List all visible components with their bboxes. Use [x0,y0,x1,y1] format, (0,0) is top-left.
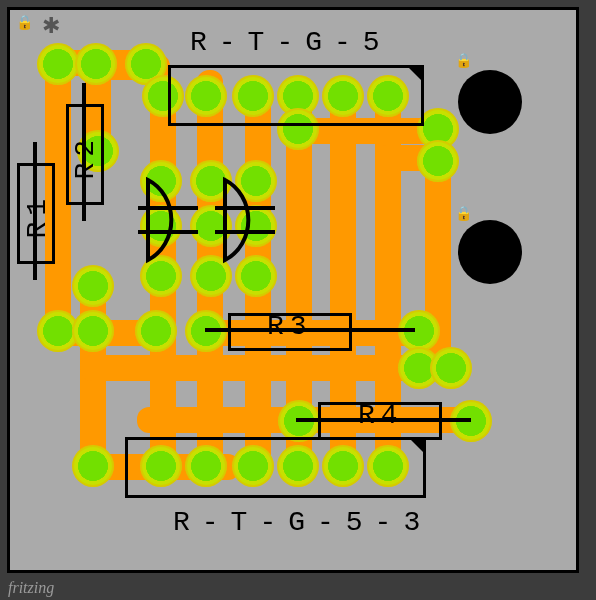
mounting-hole [458,220,522,284]
header-top [168,65,424,126]
pcb-outline[interactable]: R-T-G-5 R-T-G-5-3 R1 R2 R3 R4 🔒 ✱ 🔒 🔒 [7,7,579,573]
silkscreen-label-bottom: R-T-G-5-3 [173,507,432,538]
pcb-canvas[interactable]: R-T-G-5 R-T-G-5-3 R1 R2 R3 R4 🔒 ✱ 🔒 🔒 fr… [0,0,596,600]
pad [135,310,177,352]
notch-icon: ✱ [42,13,60,39]
mounting-hole [458,70,522,134]
silkscreen-label-top: R-T-G-5 [190,27,392,58]
lock-icon: 🔒 [16,14,33,30]
pad [75,43,117,85]
pad [72,310,114,352]
silkscreen-r2: R2 [70,134,101,180]
lock-icon: 🔒 [455,52,472,68]
lock-icon: 🔒 [455,205,472,221]
pad [37,43,79,85]
silkscreen-r1: R1 [22,193,53,239]
pad [430,347,472,389]
pad [72,445,114,487]
pad [72,265,114,307]
silkscreen-r4: R4 [358,400,404,431]
header-bottom [125,437,426,498]
pad [417,140,459,182]
watermark: fritzing [8,579,54,597]
component-led2[interactable] [205,170,295,270]
silkscreen-r3: R3 [267,311,313,342]
